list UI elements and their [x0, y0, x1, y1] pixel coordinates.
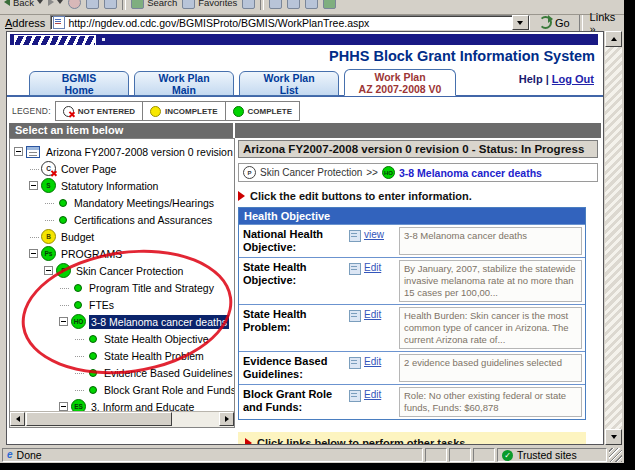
resize-grip[interactable] — [609, 448, 622, 462]
site-banner — [10, 34, 598, 45]
tab-label-line2: Main — [172, 84, 196, 96]
messenger-icon[interactable] — [323, 0, 336, 9]
tree-item-label: State Health Objective — [102, 332, 210, 346]
mail-icon[interactable] — [269, 0, 282, 9]
edit-icon[interactable] — [349, 263, 361, 275]
tree-item-cover-page[interactable]: CCover Page — [10, 160, 234, 177]
tab-work-plan-az-2007-2008-v0[interactable]: Work PlanAZ 2007-2008 V0 — [344, 69, 456, 96]
banner-dot — [102, 38, 105, 41]
tree-item-state-health-problem[interactable]: State Health Problem — [10, 347, 234, 364]
address-url[interactable]: http://ngdev.od.cdc.gov/BGMISProto/BGMIS… — [68, 17, 509, 29]
edit-link[interactable]: Edit — [364, 262, 381, 273]
tab-label-line2: AZ 2007-2008 V0 — [359, 83, 442, 95]
tab-work-plan-main[interactable]: Work PlanMain — [134, 71, 234, 96]
complete-dot-icon — [89, 386, 97, 394]
tree-item-block-grant-role-and-funds[interactable]: Block Grant Role and Funds — [10, 381, 234, 398]
tree-item-programs[interactable]: PsPROGRAMS — [10, 245, 234, 262]
history-icon[interactable] — [242, 0, 255, 9]
back-button[interactable]: Back — [4, 0, 43, 8]
tree-item-3-8-melanoma-cancer-deaths[interactable]: HO3-8 Melanoma cancer deaths — [10, 313, 234, 330]
edit-link[interactable]: Edit — [364, 309, 381, 320]
workplan-tree-panel: Arizona FY2007-2008 version 0 revision 0… — [9, 138, 235, 428]
expand-minus-icon[interactable] — [59, 317, 68, 326]
breadcrumb-current: 3-8 Melanoma cancer deaths — [399, 167, 542, 179]
tree-item-label: Evidence Based Guidelines — [102, 366, 234, 380]
expand-minus-icon[interactable] — [44, 266, 53, 275]
edit-icon[interactable] — [349, 390, 361, 402]
expand-minus-icon[interactable] — [29, 249, 38, 258]
tree-item-state-health-objective[interactable]: State Health Objective — [10, 330, 234, 347]
loading-logo-placeholder — [14, 35, 96, 46]
address-bar: Address http://ngdev.od.cdc.gov/BGMISPro… — [0, 14, 624, 31]
expand-minus-icon[interactable] — [14, 147, 23, 156]
workplan-tree: Arizona FY2007-2008 version 0 revision 0… — [10, 139, 234, 428]
edit-icon[interactable] — [349, 310, 361, 322]
edit-icon[interactable] — [349, 357, 361, 369]
tree-item-program-title-and-strategy[interactable]: Program Title and Strategy — [10, 279, 234, 296]
page-vertical-scrollbar[interactable] — [605, 31, 622, 445]
tree-item-label: Skin Cancer Protection — [74, 264, 185, 278]
legend: LEGEND: NOT ENTEREDINCOMPLETECOMPLETE — [12, 101, 300, 121]
b-node-icon: B — [41, 229, 56, 244]
tree-item-label: FTEs — [87, 298, 116, 312]
status-bar: e Done ✓ Trusted sites — [0, 447, 624, 463]
tree-item-statutory-information[interactable]: SStatutory Information — [10, 177, 234, 194]
expand-minus-icon[interactable] — [29, 181, 38, 190]
edit-prompt: Click the edit buttons to enter informat… — [238, 190, 598, 202]
ho-node-icon: HO — [71, 314, 86, 329]
logout-link[interactable]: Log Out — [552, 73, 594, 85]
help-logout: Help | Log Out — [519, 73, 594, 85]
forward-dropdown-icon[interactable] — [57, 0, 63, 4]
document-icon: e — [7, 450, 13, 460]
page-content: PHHS Block Grant Information System BGMI… — [6, 31, 604, 445]
address-dropdown-button[interactable] — [512, 15, 529, 30]
tree-item-mandatory-meetings-hearings[interactable]: Mandatory Meetings/Hearings — [10, 194, 234, 211]
view-icon[interactable] — [349, 230, 361, 242]
tree-item-label: Arizona FY2007-2008 version 0 revision 0 — [44, 145, 235, 159]
tree-item-ftes[interactable]: FTEs — [10, 296, 234, 313]
security-zone-pane: ✓ Trusted sites — [497, 448, 607, 462]
p-node-icon: P — [56, 263, 71, 278]
edit-link[interactable]: Edit — [364, 356, 381, 367]
stop-icon[interactable] — [68, 0, 81, 9]
table-row-state-health-problem: State Health Problem:EditHealth Burden: … — [239, 304, 585, 351]
home-icon[interactable] — [104, 0, 117, 9]
refresh-icon[interactable] — [86, 0, 99, 9]
tab-work-plan-list[interactable]: Work PlanList — [239, 71, 339, 96]
tab-label-line1: Work Plan — [374, 71, 425, 83]
legend-item-complete: COMPLETE — [225, 102, 299, 120]
help-link[interactable]: Help — [519, 73, 543, 85]
red-arrow-icon — [245, 438, 252, 445]
view-link[interactable]: view — [364, 229, 384, 240]
forward-button[interactable] — [48, 0, 63, 6]
tree-item-certifications-and-assurances[interactable]: Certifications and Assurances — [10, 211, 234, 228]
tree-horizontal-scrollbar[interactable] — [10, 411, 234, 427]
favorites-button[interactable]: Favorites — [182, 0, 237, 9]
scroll-up-button[interactable] — [605, 31, 622, 47]
tree-item-arizona-fy2007-2008-version-0-revision-0[interactable]: Arizona FY2007-2008 version 0 revision 0 — [10, 143, 234, 160]
breadcrumb-separator: >> — [366, 167, 378, 178]
breadcrumb-program[interactable]: Skin Cancer Protection — [260, 167, 362, 178]
print-icon[interactable] — [287, 0, 300, 9]
scroll-down-button[interactable] — [605, 429, 622, 445]
tree-item-evidence-based-guidelines[interactable]: Evidence Based Guidelines — [10, 364, 234, 381]
expand-minus-icon[interactable] — [59, 402, 68, 411]
scroll-right-button[interactable] — [219, 412, 234, 426]
s-node-icon: S — [41, 178, 56, 193]
tab-bgmis-home[interactable]: BGMISHome — [29, 71, 129, 96]
search-button[interactable]: Search — [131, 0, 177, 9]
address-input[interactable]: http://ngdev.od.cdc.gov/BGMISProto/BGMIS… — [50, 15, 530, 30]
row-label: National Health Objective: — [239, 225, 349, 257]
legend-label: LEGEND: — [12, 106, 51, 116]
edit-link[interactable]: Edit — [364, 389, 381, 400]
go-button[interactable]: Go — [535, 16, 574, 29]
scroll-left-button[interactable] — [10, 412, 25, 426]
row-action: view — [349, 225, 396, 257]
tree-item-label: 3-8 Melanoma cancer deaths — [89, 315, 229, 329]
tree-item-label: Certifications and Assurances — [72, 213, 214, 227]
tree-item-budget[interactable]: BBudget — [10, 228, 234, 245]
edit-page-icon[interactable] — [305, 0, 318, 9]
scrollbar-thumb[interactable] — [26, 412, 172, 426]
back-dropdown-icon[interactable] — [37, 0, 43, 4]
tree-item-skin-cancer-protection[interactable]: PSkin Cancer Protection — [10, 262, 234, 279]
